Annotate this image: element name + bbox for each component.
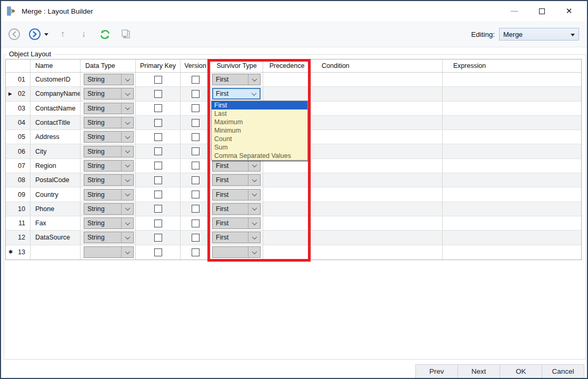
primary-key-checkbox[interactable]: [154, 133, 162, 141]
data-type-combobox[interactable]: String: [84, 217, 134, 229]
expression-cell[interactable]: [443, 130, 582, 144]
precedence-cell[interactable]: [263, 187, 311, 201]
row-header-cell[interactable]: 05: [6, 130, 31, 144]
row-header-cell[interactable]: 04: [6, 116, 31, 129]
survivor-type-combobox[interactable]: First: [212, 217, 261, 229]
expression-cell[interactable]: [443, 87, 582, 101]
data-type-combobox[interactable]: String: [84, 88, 134, 99]
data-type-combobox[interactable]: String: [84, 174, 134, 186]
condition-cell[interactable]: [311, 87, 443, 101]
primary-key-checkbox[interactable]: [154, 220, 162, 227]
data-type-combobox[interactable]: String: [84, 189, 134, 201]
name-cell[interactable]: CustomerID: [31, 73, 81, 86]
version-checkbox[interactable]: [192, 248, 200, 256]
cancel-button[interactable]: Cancel: [542, 364, 584, 378]
row-header-cell[interactable]: 07: [6, 159, 31, 173]
version-checkbox[interactable]: [192, 220, 200, 227]
primary-key-checkbox[interactable]: [154, 119, 162, 127]
move-up-button[interactable]: ↑: [56, 27, 69, 41]
version-checkbox[interactable]: [192, 205, 200, 213]
data-type-combobox[interactable]: String: [84, 203, 134, 215]
condition-cell[interactable]: [311, 144, 443, 158]
primary-key-checkbox[interactable]: [154, 191, 162, 198]
condition-cell[interactable]: [311, 102, 443, 115]
dropdown-option[interactable]: Comma Separated Values: [212, 152, 307, 160]
refresh-button[interactable]: [98, 27, 112, 41]
survivor-type-combobox[interactable]: First: [212, 74, 261, 85]
name-cell[interactable]: Phone: [31, 202, 81, 216]
condition-cell[interactable]: [311, 187, 443, 201]
forward-dropdown-caret[interactable]: [44, 33, 48, 36]
row-header-cell[interactable]: 12: [6, 231, 31, 244]
version-checkbox[interactable]: [192, 234, 200, 242]
expression-cell[interactable]: [443, 216, 582, 230]
condition-cell[interactable]: [311, 202, 443, 216]
ok-button[interactable]: OK: [500, 364, 542, 378]
primary-key-checkbox[interactable]: [154, 248, 162, 256]
name-cell[interactable]: City: [31, 144, 81, 158]
dropdown-option[interactable]: Last: [212, 109, 307, 118]
name-cell[interactable]: ContactName: [31, 102, 81, 115]
version-checkbox[interactable]: [192, 176, 200, 184]
expression-cell[interactable]: [443, 173, 582, 187]
data-type-combobox[interactable]: String: [84, 146, 134, 157]
primary-key-checkbox[interactable]: [154, 104, 162, 112]
primary-key-checkbox[interactable]: [154, 147, 162, 155]
row-header-cell[interactable]: ▶02: [6, 87, 31, 101]
survivor-type-combobox[interactable]: First: [212, 174, 261, 186]
next-button[interactable]: Next: [457, 364, 500, 378]
close-button[interactable]: ✕: [555, 1, 583, 21]
condition-cell[interactable]: [311, 159, 443, 173]
name-cell[interactable]: Country: [31, 187, 81, 201]
precedence-cell[interactable]: [263, 73, 311, 86]
expression-cell[interactable]: [443, 116, 582, 129]
name-cell[interactable]: CompanyName: [31, 87, 81, 101]
minimize-button[interactable]: —: [501, 1, 528, 21]
version-checkbox[interactable]: [192, 147, 200, 155]
condition-cell[interactable]: [311, 231, 443, 244]
condition-cell[interactable]: [311, 130, 443, 144]
name-cell[interactable]: [31, 245, 81, 260]
data-type-combobox[interactable]: String: [84, 74, 134, 85]
condition-cell[interactable]: [311, 173, 443, 187]
survivor-type-combobox[interactable]: [212, 246, 261, 258]
dropdown-option[interactable]: Count: [212, 135, 307, 143]
row-header-cell[interactable]: 03: [6, 102, 31, 115]
precedence-cell[interactable]: [263, 202, 311, 216]
data-type-combobox[interactable]: [84, 246, 134, 258]
primary-key-checkbox[interactable]: [154, 90, 162, 98]
precedence-cell[interactable]: [263, 231, 311, 244]
name-cell[interactable]: Address: [31, 130, 81, 144]
name-cell[interactable]: DataSource: [31, 231, 81, 244]
back-button[interactable]: [7, 27, 21, 41]
expression-cell[interactable]: [443, 73, 582, 86]
row-header-cell[interactable]: 08: [6, 173, 31, 187]
primary-key-checkbox[interactable]: [154, 162, 162, 169]
data-type-combobox[interactable]: String: [84, 131, 134, 143]
forward-button[interactable]: [28, 27, 48, 41]
version-checkbox[interactable]: [192, 162, 200, 169]
precedence-cell[interactable]: [263, 173, 311, 187]
condition-cell[interactable]: [311, 216, 443, 230]
condition-cell[interactable]: [311, 245, 443, 260]
move-down-button[interactable]: ↓: [77, 27, 91, 41]
data-type-combobox[interactable]: String: [84, 117, 134, 128]
row-header-cell[interactable]: 01: [6, 73, 31, 86]
primary-key-checkbox[interactable]: [154, 176, 162, 184]
survivor-type-combobox[interactable]: First: [212, 203, 261, 215]
name-cell[interactable]: Region: [31, 159, 81, 173]
expression-cell[interactable]: [443, 102, 582, 115]
version-checkbox[interactable]: [192, 191, 200, 198]
version-checkbox[interactable]: [192, 104, 200, 112]
survivor-type-combobox[interactable]: First: [212, 232, 261, 243]
row-header-cell[interactable]: 09: [6, 187, 31, 201]
survivor-type-combobox[interactable]: First: [212, 88, 261, 99]
survivor-type-combobox[interactable]: First: [212, 189, 261, 201]
primary-key-checkbox[interactable]: [154, 76, 162, 84]
editing-combobox[interactable]: Merge: [499, 28, 579, 41]
paste-button[interactable]: [119, 27, 133, 41]
data-type-combobox[interactable]: String: [84, 160, 134, 172]
row-header-cell[interactable]: 11: [6, 216, 31, 230]
row-header-cell[interactable]: ✱13: [6, 245, 31, 260]
dropdown-option[interactable]: First: [212, 101, 307, 109]
